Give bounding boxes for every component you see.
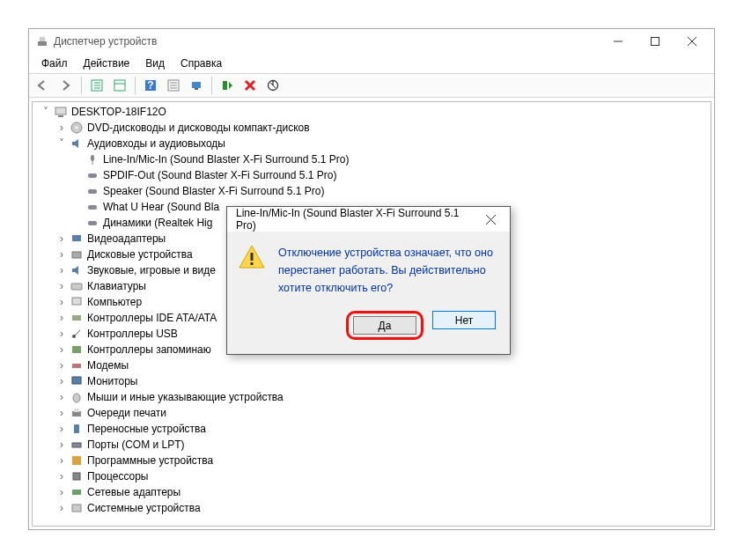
svg-rect-33 (88, 221, 97, 225)
svg-line-40 (74, 330, 80, 336)
port-icon (70, 438, 84, 452)
svg-rect-3 (652, 38, 659, 46)
warning-icon (238, 244, 266, 297)
microphone-icon (85, 152, 99, 166)
svg-rect-24 (55, 107, 66, 114)
audio-icon (70, 136, 84, 151)
tree-item-system[interactable]: ›Системные устройства (33, 500, 711, 516)
svg-rect-32 (88, 205, 97, 210)
disk-icon (70, 247, 84, 262)
mouse-icon (70, 390, 84, 404)
dvd-icon (70, 121, 84, 135)
tree-item-spdif[interactable]: SPDIF-Out (Sound Blaster X-Fi Surround 5… (33, 167, 711, 183)
svg-rect-35 (72, 252, 81, 258)
tree-item-dvd[interactable]: ›DVD-дисководы и дисководы компакт-диско… (33, 120, 711, 136)
svg-rect-46 (74, 409, 79, 412)
update-driver-icon[interactable] (217, 76, 238, 95)
system-device-icon (70, 501, 84, 515)
yes-button[interactable]: Да (353, 316, 416, 335)
svg-rect-56 (251, 262, 254, 265)
computer-icon (54, 105, 68, 119)
properties-icon[interactable] (163, 76, 184, 95)
svg-rect-18 (192, 82, 201, 88)
software-device-icon (70, 453, 84, 468)
svg-rect-50 (73, 473, 80, 480)
computer-icon (70, 295, 84, 309)
svg-point-44 (73, 394, 80, 402)
tree-item-linein[interactable]: Line-In/Mic-In (Sound Blaster X-Fi Surro… (33, 151, 711, 167)
tree-item-speaker[interactable]: Speaker (Sound Blaster X-Fi Surround 5.1… (33, 183, 711, 199)
speaker-icon (85, 200, 99, 214)
forward-button[interactable] (55, 76, 77, 95)
app-icon (36, 35, 48, 48)
tree-item-printq[interactable]: ›Очереди печати (33, 405, 711, 421)
view-detail-icon[interactable] (109, 76, 130, 95)
svg-rect-19 (195, 88, 198, 90)
window-title: Диспетчер устройств (54, 35, 600, 48)
svg-rect-36 (71, 284, 82, 290)
menu-action[interactable]: Действие (77, 55, 137, 71)
svg-rect-41 (72, 346, 81, 353)
display-adapter-icon (70, 232, 84, 246)
menu-help[interactable]: Справка (173, 55, 229, 71)
tree-item-ports[interactable]: ›Порты (COM и LPT) (33, 437, 711, 453)
svg-rect-34 (72, 235, 81, 241)
dialog-message: Отключение устройства означает, что оно … (278, 244, 499, 297)
svg-rect-38 (72, 315, 81, 321)
svg-rect-48 (72, 443, 81, 447)
back-button[interactable] (33, 76, 54, 95)
tree-item-modem[interactable]: ›Модемы (33, 357, 711, 373)
portable-device-icon (70, 422, 84, 436)
speaker-icon (85, 216, 99, 230)
print-queue-icon (70, 406, 84, 420)
disable-icon[interactable] (262, 76, 284, 95)
uninstall-icon[interactable] (239, 76, 261, 95)
svg-rect-43 (72, 377, 81, 384)
svg-rect-1 (40, 37, 45, 41)
monitor-icon (70, 374, 84, 388)
svg-point-27 (76, 127, 78, 129)
tree-item-software[interactable]: ›Программные устройства (33, 453, 711, 468)
svg-rect-52 (72, 505, 81, 512)
svg-rect-30 (88, 173, 97, 178)
svg-rect-10 (114, 80, 125, 91)
tree-item-portable[interactable]: ›Переносные устройства (33, 421, 711, 437)
ide-icon (70, 311, 84, 325)
storage-controller-icon (70, 343, 84, 357)
svg-text:?: ? (147, 79, 153, 92)
highlight-annotation: Да (346, 311, 424, 340)
svg-rect-47 (74, 424, 79, 433)
tree-item-mice[interactable]: ›Мыши и иные указывающие устройства (33, 389, 711, 405)
cpu-icon (70, 469, 84, 483)
dialog-close-button[interactable] (473, 208, 508, 231)
network-adapter-icon (70, 485, 84, 499)
menu-view[interactable]: Вид (138, 55, 172, 71)
minimize-button[interactable] (600, 30, 637, 53)
view-all-icon[interactable] (86, 76, 107, 95)
menu-file[interactable]: Файл (34, 55, 75, 71)
maximize-button[interactable] (637, 30, 674, 53)
svg-rect-20 (223, 81, 227, 90)
keyboard-icon (70, 279, 84, 293)
speaker-icon (85, 168, 99, 182)
no-button[interactable]: Нет (432, 311, 496, 329)
tree-item-monitor[interactable]: ›Мониторы (33, 373, 711, 389)
svg-rect-31 (88, 189, 97, 194)
dialog-titlebar: Line-In/Mic-In (Sound Blaster X-Fi Surro… (227, 207, 510, 232)
svg-rect-28 (91, 155, 94, 161)
tree-item-audio[interactable]: ˅Аудиовходы и аудиовыходы (33, 136, 711, 151)
svg-rect-55 (251, 253, 254, 261)
toolbar: ? (29, 73, 714, 98)
close-button[interactable] (674, 30, 711, 53)
tree-item-cpu[interactable]: ›Процессоры (33, 468, 711, 484)
svg-rect-42 (72, 364, 81, 368)
tree-root[interactable]: ˅DESKTOP-18IF12O (33, 104, 711, 120)
title-bar: Диспетчер устройств (29, 29, 714, 54)
tree-item-network[interactable]: ›Сетевые адаптеры (33, 484, 711, 500)
sound-icon (70, 263, 84, 277)
svg-rect-51 (72, 490, 81, 495)
speaker-icon (85, 184, 99, 198)
help-icon[interactable]: ? (140, 76, 161, 95)
svg-rect-37 (72, 298, 81, 305)
scan-hardware-icon[interactable] (186, 76, 207, 95)
